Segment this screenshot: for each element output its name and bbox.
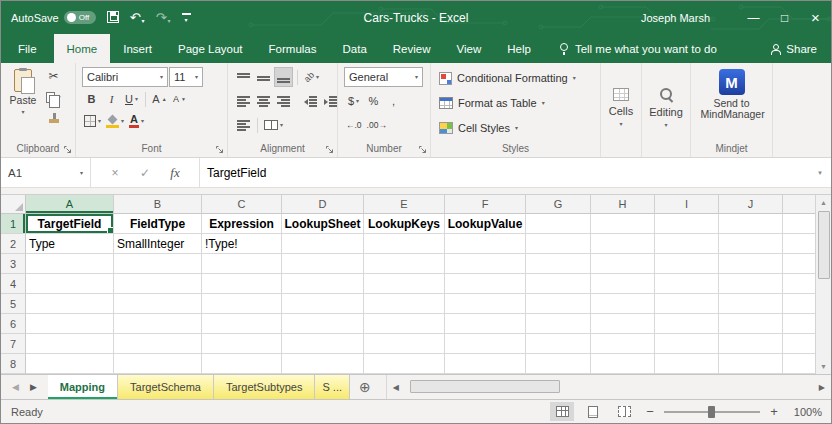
- cancel-button[interactable]: ×: [105, 166, 125, 180]
- cell-I5[interactable]: [655, 294, 719, 314]
- cell-F5[interactable]: [445, 294, 526, 314]
- cut-button[interactable]: ✂: [44, 66, 63, 86]
- cell-A8[interactable]: [26, 354, 114, 374]
- column-header-H[interactable]: H: [591, 195, 655, 214]
- cell-C2[interactable]: !Type!: [202, 234, 282, 254]
- zoom-out-button[interactable]: −: [643, 404, 657, 419]
- h-scroll-track[interactable]: [405, 375, 813, 399]
- conditional-formatting-button[interactable]: Conditional Formatting▾: [439, 68, 592, 88]
- cell-H7[interactable]: [591, 334, 655, 354]
- cell-G2[interactable]: [526, 234, 591, 254]
- font-size-combo[interactable]: 11▾: [169, 67, 203, 87]
- row-header-1[interactable]: 1: [1, 214, 26, 234]
- vertical-scroll-thumb[interactable]: [818, 211, 830, 279]
- decrease-indent-button[interactable]: [301, 91, 320, 111]
- wrap-text-button[interactable]: [234, 115, 253, 135]
- ribbon-tab-insert[interactable]: Insert: [110, 34, 165, 63]
- cell-styles-button[interactable]: Cell Styles▾: [439, 118, 592, 138]
- cell-A5[interactable]: [26, 294, 114, 314]
- scroll-down-button[interactable]: ▼: [816, 359, 831, 374]
- cell-D3[interactable]: [282, 254, 364, 274]
- vertical-scrollbar[interactable]: ▲ ▼: [815, 195, 831, 374]
- align-left-button[interactable]: [234, 91, 253, 111]
- cell-B6[interactable]: [114, 314, 202, 334]
- cell-F3[interactable]: [445, 254, 526, 274]
- bottom-align-button[interactable]: [274, 67, 293, 87]
- cell-C8[interactable]: [202, 354, 282, 374]
- sheet-tab-s[interactable]: S ...: [315, 375, 350, 399]
- ribbon-tab-formulas[interactable]: Formulas: [256, 34, 330, 63]
- expand-formula-bar-button[interactable]: ▾: [809, 158, 831, 187]
- cell-E3[interactable]: [364, 254, 445, 274]
- cell-F1[interactable]: LookupValue: [445, 214, 526, 234]
- cell-J3[interactable]: [719, 254, 783, 274]
- cell-C3[interactable]: [202, 254, 282, 274]
- increase-decimal-button[interactable]: ←.0: [344, 115, 364, 135]
- cell-J8[interactable]: [719, 354, 783, 374]
- cell-C1[interactable]: Expression: [202, 214, 282, 234]
- row-header-5[interactable]: 5: [1, 294, 26, 314]
- page-layout-view-button[interactable]: [581, 402, 605, 421]
- cell-D2[interactable]: [282, 234, 364, 254]
- alignment-dialog-launcher[interactable]: [325, 145, 334, 154]
- name-box[interactable]: A1 ▾: [1, 158, 91, 187]
- cell-G8[interactable]: [526, 354, 591, 374]
- scroll-up-button[interactable]: ▲: [816, 195, 831, 210]
- horizontal-scroll-thumb[interactable]: [410, 380, 560, 393]
- cell-B5[interactable]: [114, 294, 202, 314]
- cell-C7[interactable]: [202, 334, 282, 354]
- cell-B4[interactable]: [114, 274, 202, 294]
- customize-qat-button[interactable]: ▾: [182, 13, 191, 23]
- borders-button[interactable]: ▾: [82, 111, 103, 131]
- italic-button[interactable]: I: [102, 89, 121, 109]
- column-header-E[interactable]: E: [364, 195, 445, 214]
- bold-button[interactable]: B: [82, 89, 101, 109]
- font-name-combo[interactable]: Calibri▾: [82, 67, 168, 87]
- cell-E5[interactable]: [364, 294, 445, 314]
- cell-E7[interactable]: [364, 334, 445, 354]
- cell-F7[interactable]: [445, 334, 526, 354]
- column-header-D[interactable]: D: [282, 195, 364, 214]
- cell-F4[interactable]: [445, 274, 526, 294]
- tell-me-box[interactable]: Tell me what you want to do: [560, 34, 717, 63]
- cell-D4[interactable]: [282, 274, 364, 294]
- cell-J7[interactable]: [719, 334, 783, 354]
- column-header-G[interactable]: G: [526, 195, 591, 214]
- enter-button[interactable]: ✓: [135, 166, 155, 180]
- sheet-tab-targetschema[interactable]: TargetSchema: [118, 375, 214, 399]
- number-dialog-launcher[interactable]: [418, 145, 427, 154]
- format-as-table-button[interactable]: Format as Table▾: [439, 93, 592, 113]
- row-header-3[interactable]: 3: [1, 254, 26, 274]
- cell-H5[interactable]: [591, 294, 655, 314]
- middle-align-button[interactable]: [254, 67, 273, 87]
- page-break-view-button[interactable]: [612, 402, 636, 421]
- cell-I3[interactable]: [655, 254, 719, 274]
- ribbon-tab-help[interactable]: Help: [494, 34, 544, 63]
- cell-H3[interactable]: [591, 254, 655, 274]
- send-to-mindmanager-button[interactable]: M Send to MindManager: [699, 66, 765, 142]
- cell-G1[interactable]: [526, 214, 591, 234]
- cell-E2[interactable]: [364, 234, 445, 254]
- cell-H2[interactable]: [591, 234, 655, 254]
- sheet-nav-prev-button[interactable]: ◀: [12, 382, 19, 392]
- cell-H8[interactable]: [591, 354, 655, 374]
- cell-J1[interactable]: [719, 214, 783, 234]
- align-right-button[interactable]: [274, 91, 293, 111]
- cell-I8[interactable]: [655, 354, 719, 374]
- cell-E8[interactable]: [364, 354, 445, 374]
- column-header-I[interactable]: I: [655, 195, 719, 214]
- center-button[interactable]: [254, 91, 273, 111]
- row-header-2[interactable]: 2: [1, 234, 26, 254]
- cell-D1[interactable]: LookupSheet: [282, 214, 364, 234]
- cells-button[interactable]: Cells ▾: [601, 63, 641, 157]
- column-header-J[interactable]: J: [719, 195, 783, 214]
- cell-B1[interactable]: FieldType: [114, 214, 202, 234]
- new-sheet-button[interactable]: ⊕: [350, 375, 380, 399]
- redo-button[interactable]: ↷▾: [156, 11, 171, 24]
- ribbon-tab-file[interactable]: File: [1, 34, 54, 63]
- select-all-corner[interactable]: [1, 195, 26, 214]
- cell-D7[interactable]: [282, 334, 364, 354]
- cell-A7[interactable]: [26, 334, 114, 354]
- top-align-button[interactable]: [234, 67, 253, 87]
- insert-function-button[interactable]: fx: [165, 165, 185, 181]
